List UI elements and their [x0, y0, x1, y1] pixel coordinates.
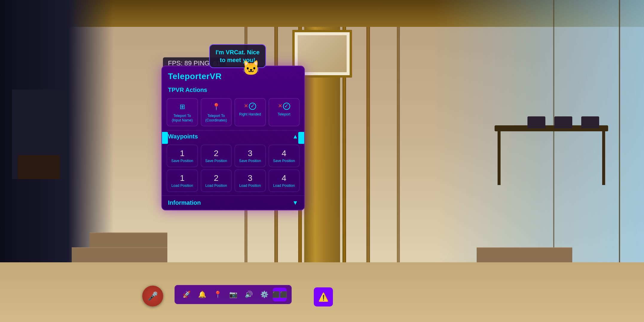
teleport-label: Teleport — [278, 112, 290, 117]
pin-icon: 📍 — [212, 103, 220, 111]
load-position-1-button[interactable]: 1 Load Position — [167, 170, 198, 192]
save-1-label: Save Position — [171, 159, 193, 163]
save-2-label: Save Position — [205, 159, 227, 163]
mic-mute-button[interactable]: 🎤 — [142, 286, 163, 306]
information-section-header[interactable]: Information ▼ — [162, 195, 304, 210]
save-4-label: Save Position — [273, 159, 295, 163]
settings-button[interactable]: ⚙️ — [257, 288, 271, 301]
save-2-number: 2 — [214, 149, 218, 158]
load-position-4-button[interactable]: 4 Load Position — [269, 170, 300, 192]
bell-icon: 🔔 — [198, 291, 206, 298]
teleport-button[interactable]: ✕ ✓ Teleport — [269, 98, 300, 126]
warning-button[interactable]: ⚠️ — [314, 287, 333, 306]
mic-muted-icon: 🎤 — [148, 291, 158, 301]
teleport-coords-label: Teleport To(Coordinates) — [205, 114, 227, 123]
load-positions-grid: 1 Load Position 2 Load Position 3 Load P… — [162, 170, 304, 195]
load-position-2-button[interactable]: 2 Load Position — [201, 170, 232, 192]
panel-title: TeleporterVR — [168, 72, 222, 81]
teleport-input-name-button[interactable]: ⊞ Teleport To(Input Name) — [167, 98, 198, 126]
camera-button[interactable]: 📷 — [226, 288, 240, 301]
grid-icon: ⊞ — [180, 103, 185, 111]
panel-header: TeleporterVR — [162, 66, 304, 84]
load-3-label: Load Position — [239, 184, 261, 188]
information-chevron-down-icon: ▼ — [292, 199, 298, 206]
background-scene — [0, 0, 644, 322]
right-handed-label: Right Handed — [239, 112, 261, 117]
waypoints-section-header[interactable]: Waypoints ▲ — [162, 131, 304, 142]
vr-mode-button[interactable]: ⬛⬛ — [273, 288, 287, 301]
tpvr-actions-grid: ⊞ Teleport To(Input Name) 📍 Teleport To(… — [162, 96, 304, 130]
main-panel: TeleporterVR TPVR Actions ⊞ Teleport To(… — [161, 66, 305, 210]
bottom-toolbar: 🚀 🔔 📍 📷 🔊 ⚙️ ⬛⬛ — [161, 285, 305, 304]
bell-button[interactable]: 🔔 — [195, 288, 209, 301]
rocket-icon: 🚀 — [183, 291, 191, 298]
information-title: Information — [168, 199, 201, 206]
rocket-button[interactable]: 🚀 — [180, 288, 193, 301]
volume-button[interactable]: 🔊 — [242, 288, 256, 301]
teleport-input-label: Teleport To(Input Name) — [172, 114, 193, 123]
save-position-3-button[interactable]: 3 Save Position — [235, 145, 266, 167]
volume-icon: 🔊 — [245, 291, 253, 298]
load-4-number: 4 — [282, 174, 286, 182]
waypoints-chevron-up-icon: ▲ — [292, 133, 298, 140]
tpvr-section-header: TPVR Actions — [162, 84, 304, 96]
save-positions-grid: 1 Save Position 2 Save Position 3 Save P… — [162, 142, 304, 170]
teleport-coordinates-button[interactable]: 📍 Teleport To(Coordinates) — [201, 98, 232, 126]
save-4-number: 4 — [282, 149, 286, 158]
vr-headset-icon: ⬛⬛ — [272, 291, 287, 298]
save-1-number: 1 — [180, 149, 185, 158]
x-check-teleport-icon: ✕ ✓ — [278, 103, 290, 110]
location-pin-icon: 📍 — [214, 291, 222, 298]
waypoints-section-title: Waypoints — [168, 133, 198, 140]
load-position-3-button[interactable]: 3 Load Position — [235, 170, 266, 192]
x-check-right-icon: ✕ ✓ — [244, 103, 256, 110]
load-2-number: 2 — [214, 174, 218, 182]
load-1-label: Load Position — [171, 184, 193, 188]
right-handed-button[interactable]: ✕ ✓ Right Handed — [235, 98, 266, 126]
save-position-2-button[interactable]: 2 Save Position — [201, 145, 232, 167]
tpvr-section-title: TPVR Actions — [168, 87, 207, 93]
load-1-number: 1 — [180, 174, 185, 182]
save-position-1-button[interactable]: 1 Save Position — [167, 145, 198, 167]
save-3-number: 3 — [248, 149, 253, 158]
warning-triangle-icon: ⚠️ — [318, 292, 329, 302]
load-4-label: Load Position — [273, 184, 295, 188]
gear-icon: ⚙️ — [260, 291, 268, 298]
camera-icon: 📷 — [229, 291, 237, 298]
load-2-label: Load Position — [205, 184, 227, 188]
location-button[interactable]: 📍 — [211, 288, 224, 301]
mascot-icon: 🐱 — [242, 60, 263, 78]
save-3-label: Save Position — [239, 159, 261, 163]
load-3-number: 3 — [248, 174, 253, 182]
save-position-4-button[interactable]: 4 Save Position — [269, 145, 300, 167]
toolbar-background: 🚀 🔔 📍 📷 🔊 ⚙️ ⬛⬛ — [175, 285, 292, 304]
